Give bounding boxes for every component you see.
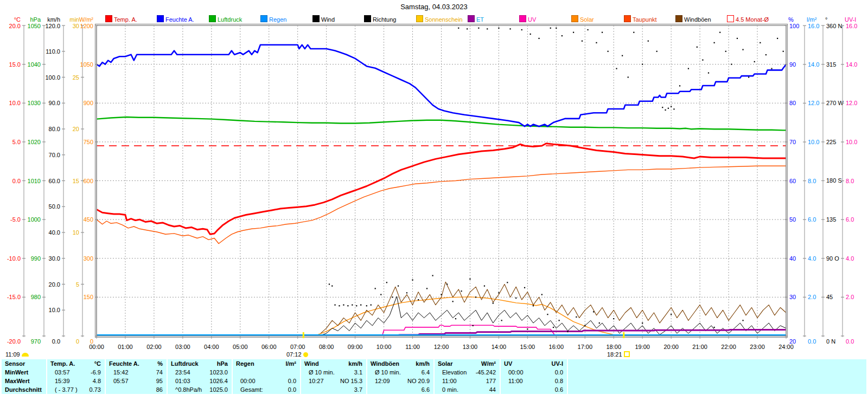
svg-text:%: % xyxy=(788,16,794,23)
richtung-dot xyxy=(628,76,629,77)
table-cell: Solar xyxy=(435,359,453,368)
richtung-dot xyxy=(616,68,617,69)
table-cell: Temp. A. xyxy=(47,359,75,368)
richtung-dot xyxy=(441,294,442,295)
svg-text:20: 20 xyxy=(73,126,79,132)
richtung-dot xyxy=(461,290,462,292)
richtung-dot xyxy=(418,299,419,300)
svg-text:17:00: 17:00 xyxy=(578,344,593,350)
svg-text:08:00: 08:00 xyxy=(319,344,334,350)
table-column-group: Windböenkm/hØ 10 min.6.412:09NO 20.96.6 xyxy=(367,359,433,394)
svg-text:06:00: 06:00 xyxy=(261,344,277,350)
table-row: Ø 10 min.3.1 xyxy=(301,368,366,377)
svg-text:5: 5 xyxy=(76,281,79,288)
svg-text:450: 450 xyxy=(84,216,93,223)
svg-text:360 N: 360 N xyxy=(826,23,842,29)
richtung-dot xyxy=(458,28,459,29)
table-cell: MaxWert xyxy=(2,377,30,385)
table-cell: 3.7 xyxy=(354,385,366,394)
moon-icon xyxy=(22,353,29,357)
svg-text:0 N: 0 N xyxy=(826,338,835,345)
table-cell: 15:39 xyxy=(47,377,70,385)
richtung-dot xyxy=(665,109,666,111)
sunrise-label: 07:12 xyxy=(286,351,308,358)
svg-text:20:00: 20:00 xyxy=(663,344,679,350)
richtung-dot xyxy=(662,107,663,108)
svg-text:-10.0: -10.0 xyxy=(7,255,21,262)
richtung-dot xyxy=(507,282,508,283)
table-cell: 86 xyxy=(156,385,167,394)
svg-text:750: 750 xyxy=(84,139,93,145)
sunrise-icon xyxy=(303,352,308,357)
svg-text:12.0: 12.0 xyxy=(846,100,857,106)
table-header-row: LuftdruckhPa xyxy=(168,359,232,368)
table-row: 11:00177 xyxy=(435,377,500,385)
svg-text:1050: 1050 xyxy=(28,23,41,29)
richtung-dot xyxy=(455,318,456,319)
table-row: MaxWert xyxy=(2,377,46,385)
richtung-dot xyxy=(656,51,658,52)
richtung-dot xyxy=(329,283,330,284)
richtung-dot xyxy=(613,318,614,319)
richtung-dot xyxy=(538,38,539,39)
richtung-dot xyxy=(533,305,534,306)
table-cell: Elevation xyxy=(435,368,467,377)
table-row: 01:031026.4 xyxy=(168,377,232,385)
table-header-row: Feuchte A.% xyxy=(106,359,167,368)
table-cell: NO 20.9 xyxy=(407,377,433,385)
svg-text:°C: °C xyxy=(14,16,21,23)
svg-text:300: 300 xyxy=(84,255,93,262)
weather-chart-page: Samstag, 04.03.2023 Temp. A.Feuchte A.Lu… xyxy=(0,0,868,401)
svg-text:120.0: 120.0 xyxy=(45,23,60,29)
richtung-dot xyxy=(783,51,784,52)
richtung-dot xyxy=(714,327,715,328)
table-row: 15:394.8 xyxy=(47,377,105,385)
svg-text:60.0: 60.0 xyxy=(49,178,60,184)
table-row: 00:000.0 xyxy=(501,368,567,377)
svg-text:4.0: 4.0 xyxy=(808,255,816,262)
svg-text:30: 30 xyxy=(789,294,796,300)
table-cell: 15:42 xyxy=(106,368,129,377)
svg-text:50: 50 xyxy=(789,216,796,223)
svg-text:16:00: 16:00 xyxy=(549,344,564,350)
table-column-group: Windkm/hØ 10 min.3.110:27NO 15.33.7 xyxy=(301,359,366,394)
table-column-group: Regenl/m²00:000.0Gesamt:0.0 xyxy=(233,359,300,394)
svg-text:0: 0 xyxy=(76,338,79,345)
richtung-dot xyxy=(446,283,448,284)
richtung-dot xyxy=(339,305,340,306)
table-column-group: Temp. A.°C03:57-6.915:394.8( - 3.77 )0.7… xyxy=(47,359,105,394)
richtung-dot xyxy=(754,61,755,62)
svg-text:6.0: 6.0 xyxy=(846,216,854,223)
richtung-dot xyxy=(593,311,594,312)
table-cell: -6.9 xyxy=(91,368,105,377)
richtung-dot xyxy=(719,32,720,33)
table-cell: 1026.4 xyxy=(209,377,232,385)
table-cell: 12:09 xyxy=(367,377,390,385)
svg-text:07:00: 07:00 xyxy=(290,344,305,350)
richtung-dot xyxy=(573,32,574,33)
table-cell: 44 xyxy=(489,385,500,394)
table-cell: Durchschnitt xyxy=(2,385,42,394)
table-cell: 10:27 xyxy=(301,377,324,385)
table-cell: UV-I xyxy=(552,359,567,368)
table-cell: 0 min. xyxy=(435,385,458,394)
richtung-dot xyxy=(576,316,577,318)
table-cell: 4.8 xyxy=(93,377,105,385)
table-cell: 95 xyxy=(156,377,167,385)
richtung-dot xyxy=(334,305,335,306)
svg-text:60: 60 xyxy=(789,178,796,184)
richtung-dot xyxy=(725,51,726,52)
table-cell: 0.6 xyxy=(555,385,567,394)
richtung-dot xyxy=(714,42,715,43)
svg-text:80.0: 80.0 xyxy=(49,126,60,132)
richtung-dot xyxy=(366,305,367,306)
richtung-dot xyxy=(498,292,499,293)
table-row: 05:5795 xyxy=(106,377,167,385)
svg-text:20.0: 20.0 xyxy=(49,281,60,288)
table-column-group: SensorMinWertMaxWertDurchschnitt xyxy=(2,359,46,394)
table-cell: 23:54 xyxy=(168,368,190,377)
table-cell: 0.0 xyxy=(288,377,300,385)
richtung-dot xyxy=(702,60,703,61)
table-cell: Sensor xyxy=(2,359,25,368)
table-cell: Ø 10 min. xyxy=(367,368,401,377)
